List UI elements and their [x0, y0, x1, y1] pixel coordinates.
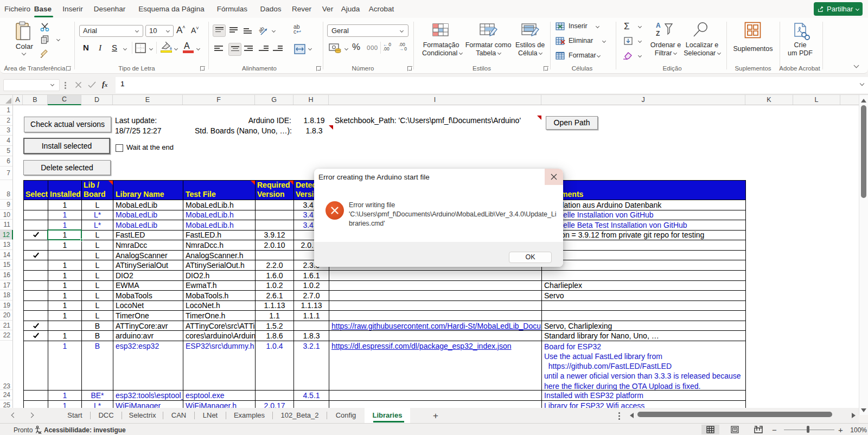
svg-text:ab: ab — [259, 25, 266, 34]
svg-text:Z: Z — [656, 30, 660, 37]
svg-text:A: A — [656, 22, 661, 29]
